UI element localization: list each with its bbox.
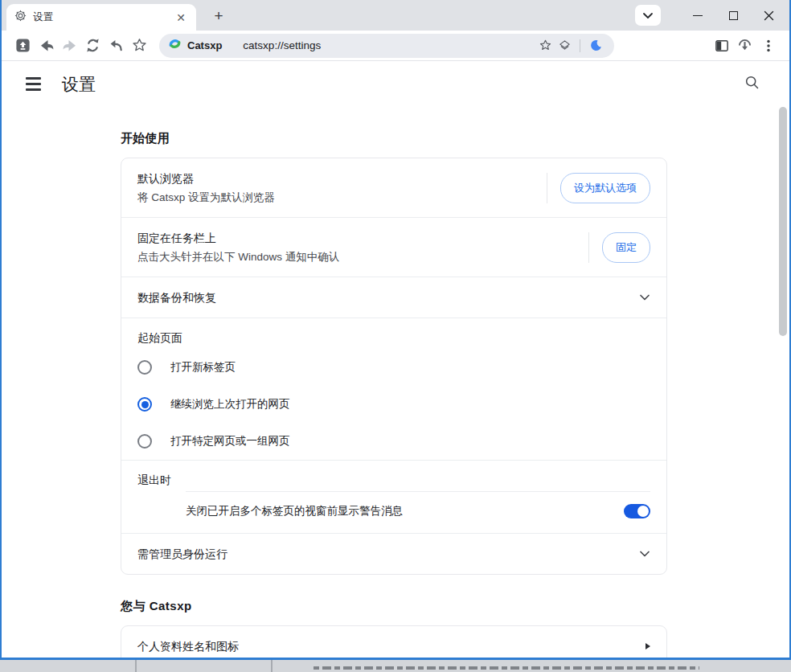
page-title: 设置 <box>62 73 96 96</box>
forward-button[interactable] <box>58 34 81 57</box>
chevron-down-icon <box>639 294 650 301</box>
tab-close-icon[interactable]: ✕ <box>174 10 188 25</box>
browser-toolbar: Catsxp catsxp://settings <box>2 31 789 61</box>
radio-label: 打开新标签页 <box>170 360 236 375</box>
startup-option-specific-pages[interactable]: 打开特定网页或一组网页 <box>121 423 666 460</box>
section-heading-getting-started: 开始使用 <box>121 107 667 146</box>
undo-button[interactable] <box>105 34 128 57</box>
settings-menu-button[interactable] <box>26 75 45 94</box>
gear-favicon-icon <box>14 10 27 25</box>
download-icon <box>736 37 753 54</box>
downloads-button[interactable] <box>733 34 756 57</box>
startup-title: 起始页面 <box>121 318 666 349</box>
pin-taskbar-subtitle: 点击大头针并在以下 Windows 通知中确认 <box>137 249 588 264</box>
three-dots-icon <box>761 39 776 53</box>
layers-stack-icon <box>558 39 572 52</box>
back-button[interactable] <box>35 34 58 57</box>
catsxp-logo-icon <box>168 37 182 54</box>
radio-label: 继续浏览上次打开的网页 <box>170 397 290 412</box>
default-browser-title: 默认浏览器 <box>137 170 547 186</box>
browser-menu-button[interactable] <box>756 34 780 57</box>
collections-button[interactable] <box>555 36 574 55</box>
radio-icon[interactable] <box>137 434 152 449</box>
getting-started-card: 默认浏览器 将 Catsxp 设置为默认浏览器 设为默认选项 固定在任务栏上 点… <box>121 158 667 575</box>
close-window-button[interactable] <box>756 0 781 31</box>
arrow-right-icon <box>646 643 650 649</box>
pin-button[interactable]: 固定 <box>602 232 650 263</box>
pin-taskbar-row: 固定在任务栏上 点击大头针并在以下 Windows 通知中确认 固定 <box>121 218 666 277</box>
refresh-icon <box>84 37 101 54</box>
scrollbar-thumb[interactable] <box>779 107 787 336</box>
boxed-up-arrow-icon <box>14 37 31 54</box>
address-bar[interactable]: Catsxp catsxp://settings <box>159 34 614 58</box>
background-app-strip <box>0 660 791 672</box>
settings-header: 设置 <box>2 61 789 107</box>
run-as-admin-title: 需管理员身份运行 <box>137 546 639 562</box>
settings-content: 开始使用 默认浏览器 将 Catsxp 设置为默认浏览器 设为默认选项 固 <box>2 107 789 660</box>
bookmark-star-button[interactable] <box>535 36 555 55</box>
forward-arrow-icon <box>61 37 79 55</box>
undo-arrow-icon <box>108 37 125 54</box>
chevron-down-icon <box>639 551 650 558</box>
set-default-button[interactable]: 设为默认选项 <box>560 173 650 203</box>
you-and-catsxp-card: 个人资料姓名和图标 <box>121 625 667 660</box>
default-browser-subtitle: 将 Catsxp 设置为默认浏览器 <box>137 190 547 205</box>
close-warning-toggle[interactable] <box>624 504 650 518</box>
startup-group: 起始页面 打开新标签页 继续浏览上次打开的网页 打开特定网页或一组网页 <box>121 318 666 460</box>
close-warning-label: 关闭已开启多个标签页的视窗前显示警告消息 <box>186 504 624 518</box>
home-star-button[interactable] <box>128 34 151 57</box>
site-brand: Catsxp <box>187 39 222 51</box>
run-as-admin-row[interactable]: 需管理员身份运行 <box>121 534 666 574</box>
new-tab-button[interactable]: + <box>209 6 228 26</box>
url-text: catsxp://settings <box>243 39 321 51</box>
profile-name-icon-row[interactable]: 个人资料姓名和图标 <box>121 626 666 660</box>
boxed-arrow-button[interactable] <box>11 34 35 57</box>
omnibox-separator <box>580 39 580 52</box>
default-browser-row: 默认浏览器 将 Catsxp 设置为默认浏览器 设为默认选项 <box>121 158 666 217</box>
reload-button[interactable] <box>81 34 105 57</box>
maximize-button[interactable] <box>720 0 746 31</box>
minimize-icon <box>693 15 703 16</box>
chevron-down-icon <box>642 12 654 19</box>
close-warning-row: 关闭已开启多个标签页的视窗前显示警告消息 <box>121 492 666 533</box>
background-divider <box>271 660 273 672</box>
backup-restore-title: 数据备份和恢复 <box>137 289 639 305</box>
on-exit-title: 退出时 <box>121 461 666 491</box>
background-divider <box>135 660 137 672</box>
row-separator <box>588 232 589 263</box>
section-heading-you-and-catsxp: 您与 Catsxp <box>121 575 667 614</box>
tab-search-button[interactable] <box>635 5 661 26</box>
sidebar-toggle-button[interactable] <box>710 34 733 57</box>
search-icon <box>744 74 760 91</box>
back-arrow-icon <box>38 37 55 55</box>
startup-option-continue[interactable]: 继续浏览上次打开的网页 <box>121 386 666 423</box>
tab-settings[interactable]: 设置 ✕ <box>6 4 196 31</box>
settings-search-button[interactable] <box>744 74 760 94</box>
minimize-button[interactable] <box>685 0 711 31</box>
clipped-background-text <box>314 666 699 670</box>
pin-taskbar-title: 固定在任务栏上 <box>137 230 588 246</box>
moon-icon <box>589 39 603 52</box>
backup-restore-row[interactable]: 数据备份和恢复 <box>121 277 666 318</box>
bookmark-star-icon <box>539 39 552 52</box>
sidebar-panel-icon <box>714 38 730 54</box>
titlebar: 设置 ✕ + <box>2 0 789 31</box>
browser-window: 设置 ✕ + <box>0 0 791 660</box>
radio-checked-icon[interactable] <box>137 397 152 412</box>
on-exit-group: 退出时 关闭已开启多个标签页的视窗前显示警告消息 <box>121 461 666 533</box>
star-outline-icon <box>131 37 148 54</box>
close-icon <box>764 10 774 21</box>
row-separator <box>547 173 547 203</box>
profile-name-icon-title: 个人资料姓名和图标 <box>137 638 646 654</box>
dark-mode-button[interactable] <box>586 36 605 55</box>
startup-option-new-tab[interactable]: 打开新标签页 <box>121 349 666 386</box>
maximize-icon <box>729 11 738 20</box>
tab-title: 设置 <box>33 10 174 24</box>
radio-icon[interactable] <box>137 360 152 375</box>
radio-label: 打开特定网页或一组网页 <box>170 434 290 449</box>
